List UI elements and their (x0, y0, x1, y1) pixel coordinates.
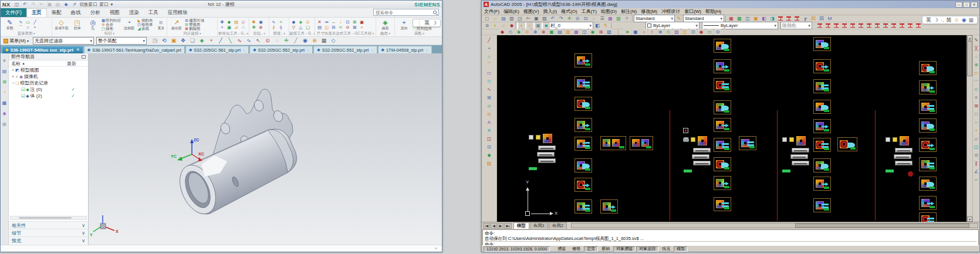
scroll-up-icon[interactable]: ▲ (967, 35, 972, 40)
ribbon-grid-icon[interactable]: ≈ (278, 19, 284, 25)
tab-pin-icon[interactable]: ◌ (425, 48, 428, 52)
ribbon-group-label[interactable]: 直接草图 (1, 31, 52, 36)
ribbon-grid-icon[interactable]: ▽ (290, 25, 297, 30)
resource-bar-icon[interactable]: ▦ (1, 100, 8, 107)
ime-grip-icon[interactable]: ⋮ (417, 20, 422, 26)
section-细节[interactable]: 细节∨ (9, 229, 88, 236)
command-search-box[interactable] (373, 9, 439, 16)
draw-tool-icon[interactable]: ∿ (485, 86, 493, 93)
window-menu-button[interactable]: 窗口 (100, 2, 109, 8)
tab-主页[interactable]: 主页 (26, 8, 47, 17)
tab-pin-icon[interactable]: ◌ (371, 48, 373, 52)
drawing-block[interactable] (813, 138, 831, 152)
ribbon-button[interactable]: ✎草图 (2, 19, 18, 31)
dimension-tool-icon[interactable]: ▣ (632, 29, 639, 35)
draw-tool-icon[interactable]: ╱ (485, 37, 493, 44)
standard-toolbar-icon[interactable]: ◲ (516, 15, 523, 22)
snap-tool-icon[interactable]: ◫ (581, 29, 588, 35)
die-design-tool-button[interactable] (898, 22, 905, 29)
resource-bar-icon[interactable]: ▤ (1, 68, 8, 75)
tab-应用模块[interactable]: 应用模块 (163, 8, 192, 17)
standard-toolbar-icon[interactable]: ☰ (599, 15, 606, 22)
ribbon-grid-icon[interactable]: ⊿ (233, 25, 239, 30)
tab-渲染[interactable]: 渲染 (124, 8, 144, 17)
drawing-block[interactable] (919, 61, 937, 75)
quick-access-icon[interactable]: ✄ (38, 1, 45, 8)
palette-icon[interactable]: ◧ (761, 15, 768, 22)
ribbon-stack-button[interactable]: ∷阵列组件 (412, 27, 432, 31)
modify-tool-icon[interactable]: ⊞ (972, 103, 980, 110)
tab-scroll-button[interactable]: ▶| (504, 223, 511, 229)
snap-tool-icon[interactable]: ▣ (548, 29, 555, 35)
ribbon-grid-icon[interactable]: ⊡ (344, 19, 351, 25)
ribbon-grid-icon[interactable]: + (219, 25, 225, 30)
vertical-scrollbar[interactable]: ▲ ▼ (967, 35, 972, 222)
resource-bar-icon[interactable]: ⊞ (1, 79, 8, 86)
ribbon-group-label[interactable]: 尺寸快速表达式工具 - GC工具箱 (315, 31, 376, 36)
quick-access-icon[interactable]: ◈ (63, 1, 70, 8)
selection-tool-icon[interactable]: ▦ (320, 37, 328, 45)
die-design-tool-button[interactable] (890, 22, 897, 29)
section-预览[interactable]: 预览∨ (9, 236, 88, 244)
layout-tab-模型[interactable]: 模型 (513, 222, 529, 229)
die-design-tool-button[interactable] (857, 22, 864, 29)
drawing-block[interactable] (837, 137, 857, 151)
die-design-tool-button[interactable] (915, 22, 922, 29)
ribbon-grid-icon[interactable]: ◉ (258, 19, 264, 25)
ribbon-grid-icon[interactable]: ⊙ (305, 19, 311, 25)
resource-bar-icon[interactable]: ◈ (1, 110, 8, 117)
layout-tab-布局1[interactable]: 布局1 (530, 222, 548, 229)
dimension-tool-icon[interactable]: ◇ (665, 29, 672, 35)
draw-tool-icon[interactable]: A (485, 119, 493, 126)
drawing-block[interactable] (919, 212, 937, 222)
close-button[interactable]: ✕ (971, 2, 978, 8)
snap-tool-icon[interactable]: ▥ (565, 29, 572, 35)
standard-toolbar-icon[interactable]: ▨ (541, 15, 548, 22)
ime-emoji-icon[interactable]: ☺ (954, 17, 959, 23)
ime-punctuation-icon[interactable]: ·, (941, 17, 944, 23)
draw-tool-icon[interactable]: ◇ (485, 78, 493, 85)
ribbon-grid-icon[interactable]: ╱ (32, 19, 38, 25)
layer-tool-icon[interactable]: ◐ (492, 22, 499, 29)
palette-icon[interactable]: ▦ (728, 15, 735, 22)
selection-tool-icon[interactable]: ❏ (188, 37, 197, 45)
ribbon-grid-icon[interactable]: ∴ (240, 25, 246, 30)
document-tab[interactable]: ◆S32-205GC-552_stp.prt◌ (249, 46, 313, 53)
navigator-column-headers[interactable]: 名称▲最新 (9, 60, 88, 67)
ribbon-grid-icon[interactable]: ☸ (251, 25, 257, 30)
nx-3d-viewport[interactable]: ZC YC XC X Y (89, 53, 442, 245)
modify-tool-icon[interactable]: ▱ (972, 136, 980, 143)
ribbon-grid-icon[interactable]: ⌒ (18, 25, 24, 30)
ribbon-grid-icon[interactable]: ⊛ (258, 25, 264, 30)
tab-scroll-button[interactable]: ◀ (491, 223, 497, 229)
selection-tool-icon[interactable]: ◉ (301, 37, 309, 45)
drawing-block[interactable] (600, 199, 618, 214)
tree-expander-icon[interactable]: + (11, 68, 15, 72)
tab-视图[interactable]: 视图 (105, 8, 124, 17)
navigator-hscrollbar[interactable] (10, 216, 87, 220)
scrollbar-thumb[interactable] (795, 223, 970, 228)
standard-toolbar-icon[interactable]: ✛ (566, 15, 573, 22)
palette-icon[interactable]: ▣ (752, 15, 759, 22)
quick-access-icon[interactable]: ▣ (46, 1, 53, 8)
selection-tool-icon[interactable]: ∿ (235, 37, 244, 45)
search-input[interactable] (376, 10, 428, 15)
drawing-block[interactable] (813, 37, 831, 51)
menu-编辑(E)[interactable]: 编辑(E) (503, 8, 519, 15)
selection-tool-icon[interactable]: + (207, 37, 215, 45)
layer-tool-icon[interactable]: ◧ (594, 22, 601, 29)
tab-pin-icon[interactable]: ◌ (307, 48, 309, 52)
quick-access-icon[interactable]: ↗ (71, 1, 78, 8)
part-views-cluster[interactable] (886, 136, 918, 172)
dimension-tool-icon[interactable]: ⊙ (714, 29, 721, 35)
part-views-cluster[interactable] (529, 134, 562, 170)
drawing-block[interactable] (714, 176, 731, 190)
ime-simplified-toggle[interactable]: 简 (946, 16, 951, 24)
ribbon-grid-icon[interactable]: ↕ (337, 19, 344, 25)
drawing-block[interactable] (630, 136, 653, 150)
drawing-block[interactable] (575, 118, 592, 132)
ribbon-group-label[interactable]: 标准化工具 - G.. (218, 31, 249, 36)
selection-tool-icon[interactable]: ◈ (198, 37, 206, 45)
modify-tool-icon[interactable]: ≡ (972, 94, 980, 101)
quick-access-icon[interactable]: ◫ (13, 1, 21, 8)
